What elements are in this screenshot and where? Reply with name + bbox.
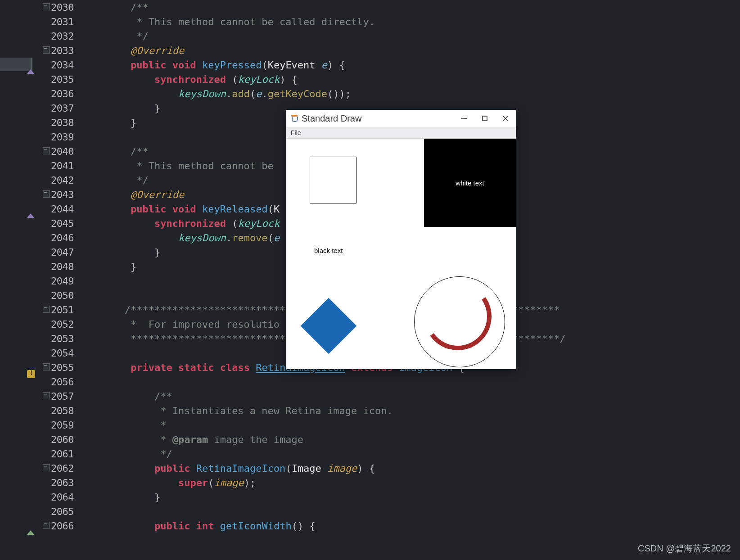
- blue-diamond: [301, 298, 356, 354]
- line-number: 2035: [36, 74, 83, 85]
- code-line[interactable]: 2031 * This method cannot be called dire…: [0, 14, 740, 29]
- line-number: 2065: [36, 506, 83, 517]
- code-text[interactable]: /**: [83, 2, 740, 13]
- code-line[interactable]: 2057 /**: [0, 389, 740, 403]
- code-text[interactable]: */: [83, 448, 740, 460]
- line-number: 2063: [36, 477, 83, 488]
- drawing-canvas: white text black text: [286, 139, 516, 369]
- code-text[interactable]: }: [83, 492, 740, 503]
- line-number: 2059: [36, 420, 83, 431]
- line-number: 2054: [36, 348, 83, 359]
- override-marker-icon[interactable]: [27, 530, 34, 535]
- code-text[interactable]: * This method cannot be called directly.: [83, 16, 740, 27]
- line-number: 2031: [36, 16, 83, 27]
- line-number: 2058: [36, 405, 83, 416]
- line-number: 2040: [36, 146, 83, 157]
- line-number: 2057: [36, 391, 83, 402]
- line-number: 2041: [36, 160, 83, 172]
- code-text[interactable]: super(image);: [83, 477, 740, 488]
- line-number: 2061: [36, 448, 83, 460]
- line-number: 2037: [36, 103, 83, 114]
- line-number: 2036: [36, 88, 83, 99]
- line-number: 2051: [36, 304, 83, 316]
- fold-toggle-icon[interactable]: 2040: [51, 146, 74, 157]
- line-number: 2050: [36, 290, 83, 301]
- code-text[interactable]: /**: [83, 391, 740, 402]
- code-text[interactable]: public void keyPressed(KeyEvent e) {: [83, 59, 740, 71]
- code-line[interactable]: 2058 * Instantiates a new Retina image i…: [0, 403, 740, 418]
- code-line[interactable]: 2036 keysDown.add(e.getKeyCode());: [0, 86, 740, 101]
- line-number: 2046: [36, 232, 83, 244]
- code-text[interactable]: * @param image the image: [83, 434, 740, 445]
- line-number: 2034: [36, 59, 83, 71]
- line-number: 2032: [36, 31, 83, 42]
- code-line[interactable]: 2033 @Override: [0, 43, 740, 58]
- line-number: 2066: [36, 520, 83, 532]
- line-number: 2033: [36, 45, 83, 56]
- line-number: 2043: [36, 189, 83, 200]
- code-line[interactable]: 2034 public void keyPressed(KeyEvent e) …: [0, 58, 740, 72]
- line-number: 2045: [36, 218, 83, 229]
- override-marker-icon[interactable]: [27, 69, 34, 74]
- menu-file[interactable]: File: [286, 129, 306, 136]
- line-number: 2042: [36, 175, 83, 186]
- fold-toggle-icon[interactable]: 2030: [51, 2, 74, 13]
- window-title: Standard Draw: [302, 113, 454, 124]
- menu-bar: File: [286, 127, 516, 139]
- code-line[interactable]: 2063 super(image);: [0, 475, 740, 490]
- code-text[interactable]: * Instantiates a new Retina image icon.: [83, 405, 740, 416]
- line-number: 2064: [36, 492, 83, 503]
- code-line[interactable]: 2032 */: [0, 29, 740, 43]
- code-line[interactable]: 2059 *: [0, 418, 740, 432]
- code-line[interactable]: 2062 public RetinaImageIcon(Image image)…: [0, 461, 740, 475]
- code-text[interactable]: public int getIconWidth() {: [83, 520, 740, 532]
- code-text[interactable]: *: [83, 420, 740, 431]
- close-button[interactable]: [495, 110, 516, 127]
- black-square: white text: [424, 139, 516, 227]
- line-number: 2056: [36, 376, 83, 388]
- outline-square: [310, 157, 356, 203]
- watermark: CSDN @碧海蓝天2022: [638, 542, 731, 555]
- black-text-label: black text: [314, 247, 343, 254]
- code-line[interactable]: 2066 public int getIconWidth() {: [0, 519, 740, 533]
- fold-toggle-icon[interactable]: 2033: [51, 45, 74, 56]
- maximize-button[interactable]: [474, 110, 495, 127]
- line-number: 2048: [36, 261, 83, 272]
- code-text[interactable]: keysDown.add(e.getKeyCode());: [83, 88, 740, 99]
- code-line[interactable]: 2064 }: [0, 490, 740, 504]
- fold-toggle-icon[interactable]: 2057: [51, 391, 74, 402]
- java-icon: [290, 114, 299, 123]
- code-line[interactable]: 2065: [0, 504, 740, 519]
- minimize-button[interactable]: [454, 110, 474, 127]
- svg-rect-1: [483, 116, 487, 121]
- line-number: 2055: [36, 362, 83, 373]
- code-line[interactable]: 2030 /**: [0, 0, 740, 14]
- code-text[interactable]: */: [83, 31, 740, 42]
- line-number: 2062: [36, 463, 83, 474]
- fold-toggle-icon[interactable]: 2055: [51, 362, 74, 373]
- code-text[interactable]: public RetinaImageIcon(Image image) {: [83, 463, 740, 474]
- line-number: 2039: [36, 131, 83, 143]
- standard-draw-window: Standard Draw File white text black text: [286, 110, 516, 369]
- line-number: 2030: [36, 2, 83, 13]
- window-titlebar[interactable]: Standard Draw: [286, 110, 516, 127]
- fold-toggle-icon[interactable]: 2066: [51, 520, 74, 532]
- override-marker-icon[interactable]: [27, 213, 34, 218]
- code-text[interactable]: @Override: [83, 45, 740, 56]
- warning-icon[interactable]: [27, 370, 35, 378]
- line-number: 2060: [36, 434, 83, 445]
- code-text[interactable]: synchronized (keyLock) {: [83, 74, 740, 85]
- line-number: 2049: [36, 275, 83, 287]
- line-number: 2044: [36, 203, 83, 215]
- line-number: 2047: [36, 247, 83, 258]
- line-number: 2038: [36, 117, 83, 128]
- code-line[interactable]: 2035 synchronized (keyLock) {: [0, 72, 740, 86]
- fold-toggle-icon[interactable]: 2062: [51, 463, 74, 474]
- fold-toggle-icon[interactable]: 2043: [51, 189, 74, 200]
- code-line[interactable]: 2060 * @param image the image: [0, 432, 740, 447]
- white-text-label: white text: [456, 179, 484, 187]
- fold-toggle-icon[interactable]: 2051: [51, 304, 74, 316]
- code-line[interactable]: 2061 */: [0, 447, 740, 461]
- code-line[interactable]: 2056: [0, 375, 740, 389]
- line-number: 2053: [36, 333, 83, 344]
